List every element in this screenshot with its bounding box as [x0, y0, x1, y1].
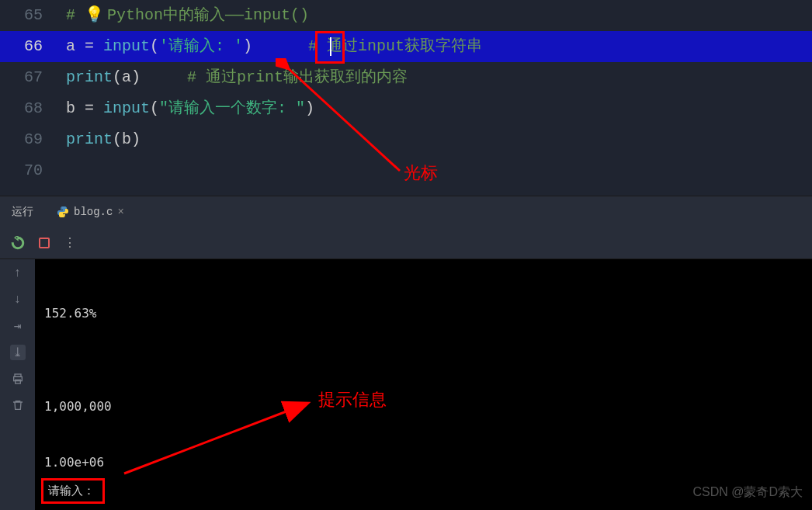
scroll-down-icon[interactable]: ↓	[10, 292, 26, 307]
line-number: 69	[0, 124, 43, 155]
close-tab-icon[interactable]: ×	[117, 206, 123, 218]
lightbulb-icon: 💡	[85, 0, 104, 31]
console-action-bar: ↑ ↓ ⇥ ⤓	[0, 259, 35, 510]
code-editor[interactable]: 65 66 67 68 69 70 # 💡Python中的输入——input()…	[0, 0, 812, 196]
print-icon[interactable]	[10, 371, 26, 387]
line-number: 65	[0, 0, 43, 31]
console-panel: ↑ ↓ ⇥ ⤓ 152.63% 1,000,000 1.00e+06 11110…	[0, 259, 812, 510]
more-options-icon[interactable]: ⋮	[64, 235, 76, 251]
code-line[interactable]: # 💡Python中的输入——input()	[58, 0, 812, 31]
run-toolbar: ⋮	[0, 227, 812, 259]
rerun-icon[interactable]	[11, 236, 25, 250]
console-line: 1.00e+06	[44, 453, 803, 472]
run-tab[interactable]: 运行	[0, 196, 45, 227]
console-line: 152.63%	[44, 304, 803, 323]
scroll-to-end-icon[interactable]: ⤓	[10, 345, 26, 360]
line-number-gutter: 65 66 67 68 69 70	[0, 0, 58, 196]
file-tab[interactable]: blog.c ×	[45, 196, 136, 227]
trash-icon[interactable]	[10, 397, 26, 413]
bottom-panel-tabs: 运行 blog.c ×	[0, 196, 812, 227]
code-line[interactable]: print(a) # 通过print输出获取到的内容	[58, 62, 812, 93]
line-number: 68	[0, 93, 43, 124]
code-line[interactable]	[58, 155, 812, 186]
line-number: 70	[0, 155, 43, 186]
stop-icon[interactable]	[39, 238, 50, 248]
watermark: CSDN @蒙奇D索大	[692, 484, 803, 501]
code-content[interactable]: # 💡Python中的输入——input() a = input('请输入: '…	[58, 0, 812, 196]
console-line: 1,000,000	[44, 397, 803, 416]
scroll-up-icon[interactable]: ↑	[10, 265, 26, 281]
line-number: 67	[0, 62, 43, 93]
code-line-active[interactable]: a = input('请输入: ') # 通过input获取字符串	[58, 31, 812, 62]
code-line[interactable]: print(b)	[58, 124, 812, 155]
input-prompt-text[interactable]: 请输入：	[48, 485, 95, 498]
python-file-icon	[57, 206, 69, 218]
code-line[interactable]: b = input("请输入一个数字: ")	[58, 93, 812, 124]
input-prompt-highlight: 请输入：	[41, 478, 105, 504]
console-output[interactable]: 152.63% 1,000,000 1.00e+06 1111010000100…	[35, 259, 812, 510]
text-cursor	[330, 37, 331, 56]
line-number: 66	[0, 31, 58, 62]
soft-wrap-icon[interactable]: ⇥	[10, 318, 26, 334]
